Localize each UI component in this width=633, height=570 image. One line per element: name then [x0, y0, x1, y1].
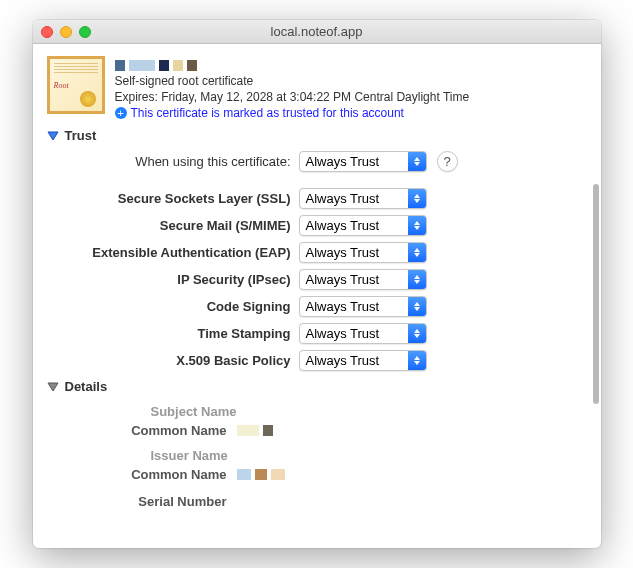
trust-section-header[interactable]: Trust — [47, 128, 587, 143]
vertical-scrollbar[interactable] — [593, 184, 599, 404]
trust-row-value: Always Trust — [300, 216, 408, 235]
trust-main-label: When using this certificate: — [67, 154, 299, 169]
trust-section-label: Trust — [65, 128, 97, 143]
trust-row-label: Time Stamping — [67, 326, 299, 341]
titlebar: local.noteof.app — [33, 20, 601, 44]
trust-main-value: Always Trust — [300, 152, 408, 171]
select-arrows-icon — [408, 351, 426, 370]
details-section-header[interactable]: Details — [47, 379, 587, 394]
trust-row: Secure Mail (S/MIME)Always Trust — [67, 215, 587, 236]
trust-row-select[interactable]: Always Trust — [299, 269, 427, 290]
trust-row: Time StampingAlways Trust — [67, 323, 587, 344]
disclosure-triangle-icon — [47, 130, 59, 142]
subject-name-heading: Subject Name — [151, 404, 587, 419]
trust-row-label: Secure Sockets Layer (SSL) — [67, 191, 299, 206]
window-controls — [41, 26, 91, 38]
minimize-window-button[interactable] — [60, 26, 72, 38]
select-arrows-icon — [408, 216, 426, 235]
trust-row-value: Always Trust — [300, 189, 408, 208]
certificate-type: Self-signed root certificate — [115, 74, 470, 88]
select-arrows-icon — [408, 324, 426, 343]
trust-main-row: When using this certificate: Always Trus… — [67, 151, 587, 172]
certificate-name — [115, 58, 470, 72]
trust-row-value: Always Trust — [300, 270, 408, 289]
svg-marker-1 — [48, 383, 58, 391]
trust-row-select[interactable]: Always Trust — [299, 350, 427, 371]
details-section-label: Details — [65, 379, 108, 394]
issuer-common-name-label: Common Name — [69, 467, 237, 482]
select-arrows-icon — [408, 270, 426, 289]
trust-row-value: Always Trust — [300, 324, 408, 343]
serial-number-row: Serial Number — [69, 494, 587, 509]
select-arrows-icon — [408, 152, 426, 171]
trust-row: Extensible Authentication (EAP)Always Tr… — [67, 242, 587, 263]
issuer-name-heading: Issuer Name — [151, 448, 587, 463]
certificate-window: local.noteof.app Root Self-signed root c… — [33, 20, 601, 548]
issuer-common-name-row: Common Name — [69, 467, 587, 482]
trust-row: X.509 Basic PolicyAlways Trust — [67, 350, 587, 371]
trust-row: IP Security (IPsec)Always Trust — [67, 269, 587, 290]
certificate-header: Root Self-signed root certificate Expire… — [47, 56, 587, 120]
subject-common-name-label: Common Name — [69, 423, 237, 438]
trust-settings: When using this certificate: Always Trus… — [47, 151, 587, 371]
trust-row-value: Always Trust — [300, 351, 408, 370]
trust-row: Secure Sockets Layer (SSL)Always Trust — [67, 188, 587, 209]
disclosure-triangle-icon — [47, 381, 59, 393]
trusted-plus-icon: + — [115, 107, 127, 119]
trust-main-select[interactable]: Always Trust — [299, 151, 427, 172]
select-arrows-icon — [408, 297, 426, 316]
trust-row-select[interactable]: Always Trust — [299, 323, 427, 344]
content-area: Root Self-signed root certificate Expire… — [33, 44, 601, 548]
trust-row-label: Extensible Authentication (EAP) — [67, 245, 299, 260]
subject-common-name-value — [237, 425, 273, 436]
trust-row-select[interactable]: Always Trust — [299, 215, 427, 236]
trust-row-value: Always Trust — [300, 243, 408, 262]
serial-number-label: Serial Number — [69, 494, 237, 509]
details-settings: Subject Name Common Name Issuer Name Com… — [47, 404, 587, 509]
select-arrows-icon — [408, 243, 426, 262]
subject-common-name-row: Common Name — [69, 423, 587, 438]
certificate-expires: Expires: Friday, May 12, 2028 at 3:04:22… — [115, 90, 470, 104]
trust-row: Code SigningAlways Trust — [67, 296, 587, 317]
window-title: local.noteof.app — [33, 24, 601, 39]
zoom-window-button[interactable] — [79, 26, 91, 38]
select-arrows-icon — [408, 189, 426, 208]
certificate-trust-status: + This certificate is marked as trusted … — [115, 106, 470, 120]
svg-marker-0 — [48, 132, 58, 140]
trust-row-label: Code Signing — [67, 299, 299, 314]
trust-row-label: Secure Mail (S/MIME) — [67, 218, 299, 233]
certificate-trust-status-text: This certificate is marked as trusted fo… — [131, 106, 404, 120]
trust-row-value: Always Trust — [300, 297, 408, 316]
close-window-button[interactable] — [41, 26, 53, 38]
issuer-common-name-value — [237, 469, 285, 480]
trust-row-label: X.509 Basic Policy — [67, 353, 299, 368]
trust-row-label: IP Security (IPsec) — [67, 272, 299, 287]
certificate-summary: Self-signed root certificate Expires: Fr… — [115, 56, 470, 120]
trust-row-select[interactable]: Always Trust — [299, 242, 427, 263]
certificate-icon: Root — [47, 56, 105, 114]
help-button[interactable]: ? — [437, 151, 458, 172]
trust-row-select[interactable]: Always Trust — [299, 188, 427, 209]
trust-row-select[interactable]: Always Trust — [299, 296, 427, 317]
